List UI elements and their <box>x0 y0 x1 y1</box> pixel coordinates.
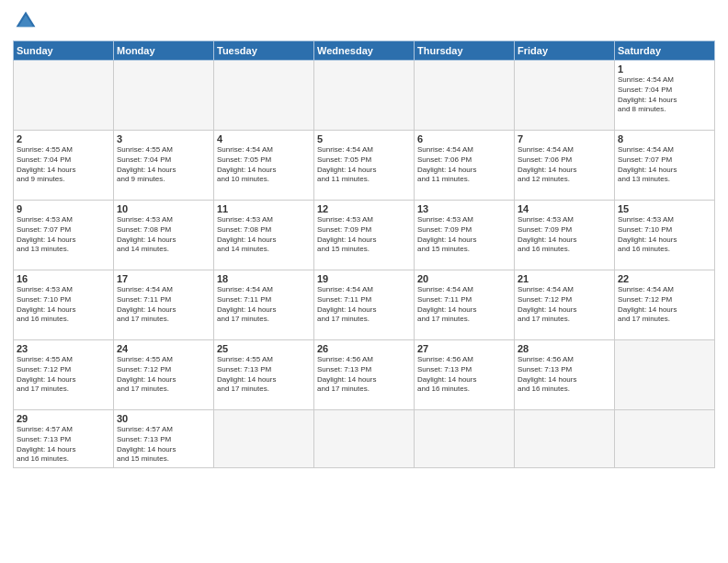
calendar-cell: 15 Sunrise: 4:53 AM Sunset: 7:10 PM Dayl… <box>615 201 715 270</box>
calendar-cell: 23 Sunrise: 4:55 AM Sunset: 7:12 PM Dayl… <box>14 340 114 410</box>
calendar-header-day: Friday <box>515 41 615 61</box>
day-info: Sunrise: 4:54 AM Sunset: 7:05 PM Dayligh… <box>317 145 411 185</box>
calendar-cell: 14 Sunrise: 4:53 AM Sunset: 7:09 PM Dayl… <box>515 201 615 270</box>
day-number: 18 <box>217 273 311 284</box>
calendar-header-day: Monday <box>114 41 214 61</box>
calendar-cell: 19 Sunrise: 4:54 AM Sunset: 7:11 PM Dayl… <box>314 270 415 340</box>
day-info: Sunrise: 4:54 AM Sunset: 7:07 PM Dayligh… <box>618 145 711 185</box>
day-number: 29 <box>17 413 110 424</box>
day-info: Sunrise: 4:53 AM Sunset: 7:09 PM Dayligh… <box>317 215 411 255</box>
day-info: Sunrise: 4:53 AM Sunset: 7:10 PM Dayligh… <box>17 285 110 325</box>
day-info: Sunrise: 4:54 AM Sunset: 7:12 PM Dayligh… <box>618 285 711 325</box>
day-number: 22 <box>618 273 711 284</box>
calendar-cell: 25 Sunrise: 4:55 AM Sunset: 7:13 PM Dayl… <box>214 340 314 410</box>
day-number: 2 <box>17 133 110 144</box>
calendar-cell: 24 Sunrise: 4:55 AM Sunset: 7:12 PM Dayl… <box>114 340 214 410</box>
calendar-cell <box>615 410 715 468</box>
calendar-cell: 20 Sunrise: 4:54 AM Sunset: 7:11 PM Dayl… <box>415 270 515 340</box>
day-number: 15 <box>618 203 711 214</box>
day-number: 9 <box>17 203 110 214</box>
day-number: 10 <box>117 203 210 214</box>
day-info: Sunrise: 4:53 AM Sunset: 7:10 PM Dayligh… <box>618 215 711 255</box>
calendar-week-row: 16 Sunrise: 4:53 AM Sunset: 7:10 PM Dayl… <box>14 270 715 340</box>
calendar-week-row: 9 Sunrise: 4:53 AM Sunset: 7:07 PM Dayli… <box>14 201 715 270</box>
calendar-cell: 27 Sunrise: 4:56 AM Sunset: 7:13 PM Dayl… <box>415 340 515 410</box>
calendar-cell: 29 Sunrise: 4:57 AM Sunset: 7:13 PM Dayl… <box>14 410 114 468</box>
day-number: 16 <box>17 273 110 284</box>
day-number: 28 <box>518 343 611 354</box>
calendar-week-row: 29 Sunrise: 4:57 AM Sunset: 7:13 PM Dayl… <box>14 410 715 468</box>
day-info: Sunrise: 4:54 AM Sunset: 7:05 PM Dayligh… <box>217 145 311 185</box>
day-info: Sunrise: 4:54 AM Sunset: 7:11 PM Dayligh… <box>317 285 411 325</box>
calendar-cell: 2 Sunrise: 4:55 AM Sunset: 7:04 PM Dayli… <box>14 131 114 201</box>
calendar-header-day: Tuesday <box>214 41 314 61</box>
day-info: Sunrise: 4:53 AM Sunset: 7:08 PM Dayligh… <box>217 215 311 255</box>
day-number: 30 <box>117 413 210 424</box>
day-number: 23 <box>17 343 110 354</box>
day-number: 6 <box>417 133 511 144</box>
calendar-header-day: Saturday <box>615 41 715 61</box>
day-number: 19 <box>317 273 411 284</box>
day-info: Sunrise: 4:54 AM Sunset: 7:06 PM Dayligh… <box>518 145 611 185</box>
day-info: Sunrise: 4:54 AM Sunset: 7:04 PM Dayligh… <box>618 75 711 115</box>
day-info: Sunrise: 4:55 AM Sunset: 7:04 PM Dayligh… <box>117 145 210 185</box>
day-number: 4 <box>217 133 311 144</box>
calendar-week-row: 23 Sunrise: 4:55 AM Sunset: 7:12 PM Dayl… <box>14 340 715 410</box>
logo <box>13 13 40 35</box>
calendar-cell: 10 Sunrise: 4:53 AM Sunset: 7:08 PM Dayl… <box>114 201 214 270</box>
day-info: Sunrise: 4:55 AM Sunset: 7:13 PM Dayligh… <box>217 355 311 395</box>
day-number: 8 <box>618 133 711 144</box>
day-info: Sunrise: 4:54 AM Sunset: 7:11 PM Dayligh… <box>417 285 511 325</box>
day-info: Sunrise: 4:55 AM Sunset: 7:04 PM Dayligh… <box>17 145 110 185</box>
calendar-cell: 26 Sunrise: 4:56 AM Sunset: 7:13 PM Dayl… <box>314 340 415 410</box>
day-number: 27 <box>417 343 511 354</box>
calendar-cell: 3 Sunrise: 4:55 AM Sunset: 7:04 PM Dayli… <box>114 131 214 201</box>
calendar-cell: 17 Sunrise: 4:54 AM Sunset: 7:11 PM Dayl… <box>114 270 214 340</box>
header <box>13 9 715 35</box>
day-number: 12 <box>317 203 411 214</box>
day-info: Sunrise: 4:57 AM Sunset: 7:13 PM Dayligh… <box>117 425 210 465</box>
day-info: Sunrise: 4:54 AM Sunset: 7:11 PM Dayligh… <box>217 285 311 325</box>
calendar-cell: 9 Sunrise: 4:53 AM Sunset: 7:07 PM Dayli… <box>14 201 114 270</box>
calendar-header-day: Sunday <box>14 41 114 61</box>
calendar-cell <box>615 340 715 410</box>
calendar-cell <box>515 410 615 468</box>
calendar-cell: 13 Sunrise: 4:53 AM Sunset: 7:09 PM Dayl… <box>415 201 515 270</box>
day-info: Sunrise: 4:54 AM Sunset: 7:12 PM Dayligh… <box>518 285 611 325</box>
calendar-cell <box>14 61 114 131</box>
calendar-table: SundayMondayTuesdayWednesdayThursdayFrid… <box>13 40 715 468</box>
day-info: Sunrise: 4:54 AM Sunset: 7:06 PM Dayligh… <box>417 145 511 185</box>
day-number: 20 <box>417 273 511 284</box>
calendar-cell <box>415 410 515 468</box>
day-info: Sunrise: 4:56 AM Sunset: 7:13 PM Dayligh… <box>417 355 511 395</box>
day-info: Sunrise: 4:53 AM Sunset: 7:08 PM Dayligh… <box>117 215 210 255</box>
logo-icon <box>15 9 37 31</box>
day-info: Sunrise: 4:53 AM Sunset: 7:09 PM Dayligh… <box>417 215 511 255</box>
day-info: Sunrise: 4:53 AM Sunset: 7:07 PM Dayligh… <box>17 215 110 255</box>
calendar-cell: 28 Sunrise: 4:56 AM Sunset: 7:13 PM Dayl… <box>515 340 615 410</box>
calendar-cell: 1 Sunrise: 4:54 AM Sunset: 7:04 PM Dayli… <box>615 61 715 131</box>
calendar-cell: 6 Sunrise: 4:54 AM Sunset: 7:06 PM Dayli… <box>415 131 515 201</box>
calendar-cell: 5 Sunrise: 4:54 AM Sunset: 7:05 PM Dayli… <box>314 131 415 201</box>
day-info: Sunrise: 4:56 AM Sunset: 7:13 PM Dayligh… <box>518 355 611 395</box>
day-number: 13 <box>417 203 511 214</box>
page: SundayMondayTuesdayWednesdayThursdayFrid… <box>0 0 728 563</box>
day-info: Sunrise: 4:55 AM Sunset: 7:12 PM Dayligh… <box>17 355 110 395</box>
calendar-cell: 4 Sunrise: 4:54 AM Sunset: 7:05 PM Dayli… <box>214 131 314 201</box>
day-info: Sunrise: 4:53 AM Sunset: 7:09 PM Dayligh… <box>518 215 611 255</box>
calendar-cell <box>214 410 314 468</box>
calendar-header-day: Thursday <box>415 41 515 61</box>
calendar-week-row: 2 Sunrise: 4:55 AM Sunset: 7:04 PM Dayli… <box>14 131 715 201</box>
day-number: 26 <box>317 343 411 354</box>
calendar-cell: 30 Sunrise: 4:57 AM Sunset: 7:13 PM Dayl… <box>114 410 214 468</box>
calendar-cell <box>214 61 314 131</box>
calendar-cell: 7 Sunrise: 4:54 AM Sunset: 7:06 PM Dayli… <box>515 131 615 201</box>
calendar-header-day: Wednesday <box>314 41 415 61</box>
day-number: 7 <box>518 133 611 144</box>
day-info: Sunrise: 4:54 AM Sunset: 7:11 PM Dayligh… <box>117 285 210 325</box>
calendar-cell: 11 Sunrise: 4:53 AM Sunset: 7:08 PM Dayl… <box>214 201 314 270</box>
day-number: 5 <box>317 133 411 144</box>
day-info: Sunrise: 4:56 AM Sunset: 7:13 PM Dayligh… <box>317 355 411 395</box>
calendar-cell <box>515 61 615 131</box>
calendar-body: 1 Sunrise: 4:54 AM Sunset: 7:04 PM Dayli… <box>14 61 715 468</box>
